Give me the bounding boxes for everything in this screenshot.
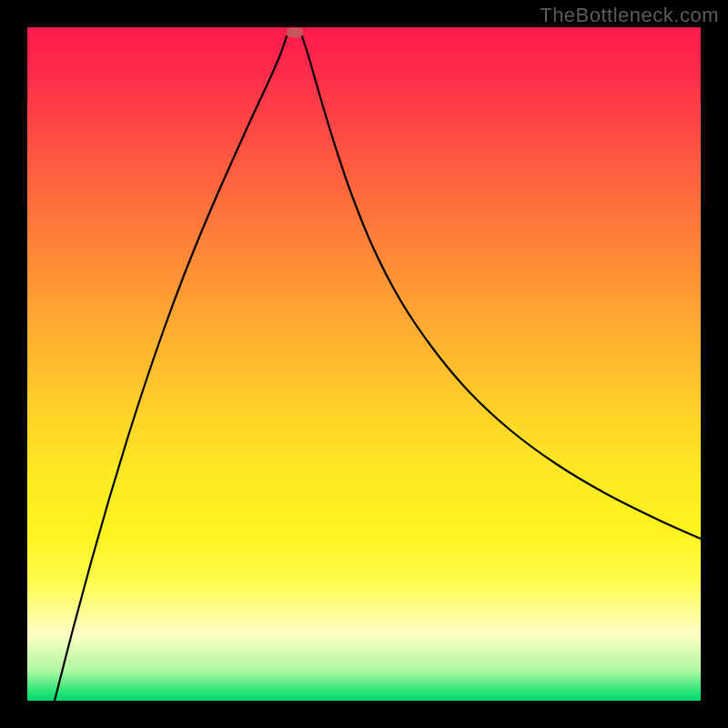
curve-right-branch [302,36,701,539]
watermark-text: TheBottleneck.com [540,4,719,27]
curve-svg [27,27,701,701]
chart-container: TheBottleneck.com [0,0,728,728]
minimum-marker [287,28,303,37]
plot-area [27,27,701,701]
curve-left-branch [55,36,287,701]
